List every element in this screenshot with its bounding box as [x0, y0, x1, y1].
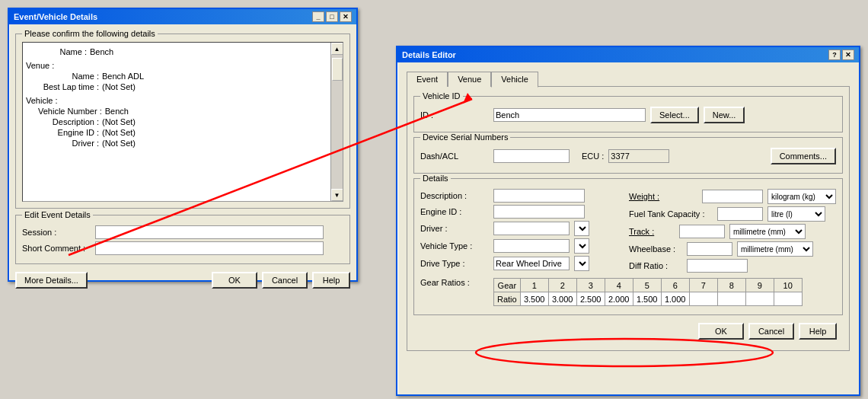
fuel-select[interactable]: litre (l) [767, 206, 825, 222]
window1-maximize-btn[interactable]: □ [326, 11, 338, 22]
window1-ok-button[interactable]: OK [212, 272, 257, 289]
window1-cancel-button[interactable]: Cancel [262, 272, 308, 289]
dash-input[interactable] [493, 149, 570, 163]
tab-vehicle[interactable]: Vehicle [491, 72, 538, 88]
driver-row: Driver : [420, 221, 623, 236]
gear-ratios-label: Gear Ratios : [420, 278, 489, 287]
ratio-1-input[interactable] [521, 293, 548, 305]
ratio-2-input[interactable] [549, 293, 576, 305]
gear-header-2: 2 [548, 279, 576, 292]
vehicle-type-input[interactable] [493, 239, 570, 253]
gear-header-9: 9 [745, 279, 774, 292]
weight-row: Weight : kilogram (kg) [629, 189, 836, 204]
vehicle-number-row: Vehicle Number : Bench [38, 107, 326, 116]
more-details-button[interactable]: More Details... [15, 272, 88, 289]
driver-input[interactable] [493, 222, 570, 235]
confirm-group: Please confirm the following details Nam… [15, 34, 350, 209]
device-serial-group: Device Serial Numbers Dash/ACL ECU : Com… [413, 137, 843, 174]
ratio-3-input[interactable] [577, 293, 605, 305]
gear-header-gear: Gear [494, 279, 521, 292]
ratio-7-input[interactable] [690, 293, 717, 305]
ratio-5-input[interactable] [633, 293, 661, 305]
ratio-7-cell[interactable] [689, 292, 717, 306]
window2-close-btn[interactable]: ✕ [842, 49, 854, 60]
session-input[interactable] [95, 225, 324, 239]
ratio-6-cell[interactable] [661, 292, 689, 306]
name-label: Name : [26, 47, 87, 56]
window2-question-btn[interactable]: ? [828, 49, 841, 60]
diff-ratio-row: Diff Ratio : [629, 259, 836, 273]
ratio-8-cell[interactable] [717, 292, 745, 306]
vehicle-driver-value: (Not Set) [102, 139, 136, 148]
ratio-10-input[interactable] [774, 293, 802, 305]
ratio-4-cell[interactable] [605, 292, 633, 306]
window2-cancel-button[interactable]: Cancel [748, 323, 794, 340]
gear-header-10: 10 [774, 279, 802, 292]
tab-venue[interactable]: Venue [448, 72, 491, 87]
window1-bottom-bar: More Details... OK Cancel Help [15, 272, 350, 289]
tab-event[interactable]: Event [407, 72, 448, 87]
venue-name-row: Name : Bench ADL [38, 72, 326, 81]
track-select[interactable]: millimetre (mm) [729, 224, 806, 239]
venue-name-label: Name : [38, 72, 99, 81]
wheelbase-input[interactable] [687, 242, 732, 256]
ratio-5-cell[interactable] [633, 292, 661, 306]
window1-minimize-btn[interactable]: _ [312, 11, 324, 22]
event-vehicle-details-window: Event/Vehicle Details _ □ ✕ Please confi… [8, 8, 358, 282]
device-serial-group-label: Device Serial Numbers [420, 132, 510, 142]
engine-input[interactable] [493, 205, 585, 219]
ecu-input[interactable] [608, 149, 669, 163]
window1-help-button[interactable]: Help [312, 272, 350, 289]
weight-select[interactable]: kilogram (kg) [767, 189, 836, 204]
window2-ok-button[interactable]: OK [698, 323, 744, 340]
window1-close-btn[interactable]: ✕ [340, 11, 352, 22]
desc-input[interactable] [493, 189, 585, 203]
ratio-label: Ratio [494, 292, 521, 306]
ratio-6-input[interactable] [662, 293, 689, 305]
diff-ratio-label: Diff Ratio : [629, 261, 682, 270]
scrollbar[interactable]: ▲ ▼ [330, 43, 343, 201]
vehicle-type-select[interactable] [574, 238, 589, 254]
fuel-input[interactable] [717, 207, 763, 221]
ratio-4-input[interactable] [605, 293, 633, 305]
vehicle-desc-row: Description : (Not Set) [38, 117, 326, 126]
ratio-8-input[interactable] [718, 293, 745, 305]
short-comment-input[interactable] [95, 241, 324, 255]
weight-input[interactable] [702, 190, 763, 203]
scroll-thumb[interactable] [332, 58, 343, 81]
window2-help-button[interactable]: Help [799, 323, 837, 340]
select-button[interactable]: Select... [650, 107, 699, 123]
gear-header-row: Gear 1 2 3 4 5 6 7 8 9 10 [494, 279, 803, 292]
new-button[interactable]: New... [704, 107, 745, 123]
drive-type-input[interactable] [493, 257, 570, 270]
ratio-9-input[interactable] [746, 293, 774, 305]
venue-name-value: Bench ADL [102, 72, 144, 81]
vehicle-type-row: Vehicle Type : [420, 238, 623, 254]
ratio-3-cell[interactable] [576, 292, 605, 306]
vehicle-driver-row: Driver : (Not Set) [38, 139, 326, 148]
diff-ratio-input[interactable] [687, 259, 748, 273]
driver-label: Driver : [420, 224, 489, 233]
id-input[interactable] [493, 108, 646, 122]
comments-button[interactable]: Comments... [771, 148, 836, 164]
ratio-2-cell[interactable] [548, 292, 576, 306]
ratio-9-cell[interactable] [745, 292, 774, 306]
id-label: ID : [420, 110, 489, 120]
wheelbase-select[interactable]: millimetre (mm) [737, 241, 813, 257]
venue-lap-row: Best Lap time : (Not Set) [38, 82, 326, 91]
driver-select[interactable] [574, 221, 589, 236]
short-comment-row: Short Comment : [22, 241, 343, 255]
window2-bottom-buttons: OK Cancel Help [413, 318, 843, 344]
track-input[interactable] [679, 225, 725, 238]
ratio-1-cell[interactable] [520, 292, 548, 306]
scroll-down-btn[interactable]: ▼ [331, 189, 343, 201]
details-group-label: Details [420, 174, 451, 183]
scroll-up-btn[interactable]: ▲ [331, 43, 343, 55]
venue-lap-label: Best Lap time : [38, 82, 99, 91]
gear-header-4: 4 [605, 279, 633, 292]
ratio-10-cell[interactable] [774, 292, 802, 306]
session-label: Session : [22, 228, 91, 237]
fuel-row: Fuel Tank Capacity : litre (l) [629, 206, 836, 222]
vehicle-engine-value: (Not Set) [102, 128, 136, 137]
drive-type-select[interactable] [574, 256, 589, 271]
